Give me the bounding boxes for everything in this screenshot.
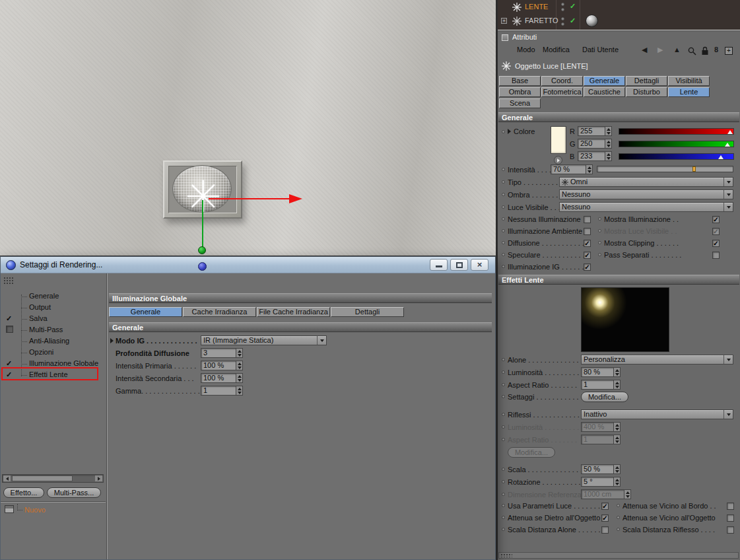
anim-dot[interactable] [502,395,505,398]
anim-dot[interactable] [502,480,505,483]
anim-dot[interactable] [502,229,505,232]
spinner-arrows[interactable] [605,127,611,135]
tab-generale[interactable]: Generale [584,76,625,86]
slider-marker-icon[interactable] [725,143,730,147]
spinner-arrows[interactable] [613,380,620,389]
anim-dot[interactable] [502,504,505,507]
scroll-left-icon[interactable] [3,475,11,481]
list-item-antialiasing[interactable]: Anti-Aliasing [29,337,69,345]
list-item-opzioni[interactable]: Opzioni [29,348,53,356]
anim-dot[interactable] [502,265,505,268]
editor-visibility-dot[interactable] [561,3,564,6]
profondita-field[interactable]: 3 [201,348,243,358]
anim-dot[interactable] [502,205,505,209]
slider-marker-icon[interactable] [727,130,733,134]
salva-check-icon[interactable]: ✓ [6,314,12,322]
intensita-slider[interactable] [597,166,733,172]
panel-grid-icon[interactable] [502,34,508,41]
aspect-ratio-field[interactable]: 1 [581,380,621,390]
color-swatch[interactable] [551,126,566,154]
anim-dot[interactable] [617,528,620,531]
g-value-field[interactable]: 250 [578,139,612,149]
anim-dot[interactable] [502,217,505,221]
close-button[interactable]: × [471,259,488,271]
spinner-arrows[interactable] [586,165,592,174]
section-effetti-lente[interactable]: Effetti Lente [498,275,739,285]
anim-dot[interactable] [598,229,601,232]
effetto-button[interactable]: Effetto... [3,487,44,498]
anim-dot[interactable] [502,493,505,496]
tab-base[interactable]: Base [499,76,541,86]
tab-visibilita[interactable]: Visibilità [668,76,710,86]
rs-tab-generale[interactable]: Generale [109,307,182,317]
intensita-secondaria-field[interactable]: 100 % [201,373,243,383]
pass-separati-checkbox[interactable] [712,252,720,259]
x-axis-arrowhead-icon[interactable] [289,194,302,203]
anim-dot[interactable] [502,180,505,184]
ombra-dropdown[interactable]: Nessuno [559,190,733,199]
illuminazione-ig-checkbox[interactable]: ✓ [584,263,591,271]
anim-dot[interactable] [617,504,620,507]
tab-caustiche[interactable]: Caustiche [584,87,625,97]
object-name-faretto[interactable]: FARETTO [525,17,558,24]
speculare-checkbox[interactable]: ✓ [584,252,591,259]
menu-dati-utente[interactable]: Dati Utente [582,46,619,53]
intensita-primaria-field[interactable]: 100 % [201,361,243,370]
list-item-generale[interactable]: Generale [29,292,59,300]
anim-dot[interactable] [502,193,505,196]
slider-marker-icon[interactable] [718,155,723,159]
scrollbar-grip[interactable] [500,553,512,557]
editor-visibility-dot[interactable] [561,17,564,20]
expand-icon[interactable] [110,338,114,343]
tab-coord[interactable]: Coord. [541,76,583,86]
tab-scena[interactable]: Scena [499,98,541,108]
tipo-dropdown[interactable]: Omni [559,177,733,187]
anim-dot[interactable] [502,241,505,244]
list-item-output[interactable]: Output [29,303,51,311]
illuminazione-ambiente-checkbox[interactable] [584,228,591,235]
add-icon[interactable]: + [725,47,733,55]
anim-dot[interactable] [502,413,505,416]
spinner-arrows[interactable] [236,361,242,370]
y-axis-handle[interactable] [202,200,203,248]
maximize-button[interactable] [450,259,468,271]
anim-dot[interactable] [502,528,505,531]
multipass-checkbox[interactable] [6,326,13,333]
tab-dettagli[interactable]: Dettagli [626,76,667,86]
list-item-multipass[interactable]: Multi-Pass [29,326,63,333]
g-gradient-slider[interactable] [619,141,734,147]
scroll-right-icon[interactable] [95,475,102,481]
spinner-arrows[interactable] [613,465,620,473]
up-icon[interactable]: ▲ [673,45,681,54]
search-icon[interactable] [688,47,696,55]
modo-ig-dropdown[interactable]: IR (Immagine Statica) [201,335,327,345]
anim-dot[interactable] [598,241,601,244]
render-visibility-dot[interactable] [561,22,564,26]
color-expand-button[interactable] [554,156,562,164]
scrollbar-thumb[interactable] [12,475,73,481]
illuminazione-globale-check-icon[interactable]: ✓ [6,359,12,367]
r-value-field[interactable]: 255 [578,126,612,136]
forward-icon[interactable]: ▶ [657,45,663,54]
anim-dot[interactable] [502,438,505,441]
anim-dot[interactable] [598,217,601,221]
list-horizontal-scrollbar[interactable] [2,474,104,483]
minimize-button[interactable] [430,259,448,271]
section-generale[interactable]: Generale [498,112,739,122]
diffusione-checkbox[interactable]: ✓ [584,240,591,247]
rs-tab-cache-irradianza[interactable]: Cache Irradianza [183,307,256,317]
anim-dot[interactable] [502,253,505,256]
spinner-arrows[interactable] [613,368,620,376]
mostra-illuminazione-checkbox[interactable]: ✓ [712,216,720,223]
scala-field[interactable]: 50 % [581,464,621,474]
mostra-clipping-checkbox[interactable]: ✓ [712,240,720,247]
list-item-salva[interactable]: Salva [29,314,48,322]
tab-lente[interactable]: Lente [668,87,710,97]
y-axis-knob[interactable] [198,246,206,254]
section-generale-rs[interactable]: Generale [109,322,492,332]
spinner-arrows[interactable] [605,152,611,160]
luminosita-field[interactable]: 80 % [581,367,621,377]
intensita-field[interactable]: 70 % [551,164,593,174]
anim-dot[interactable] [502,516,505,519]
attenua-vicino-bordo-checkbox[interactable] [727,503,734,510]
